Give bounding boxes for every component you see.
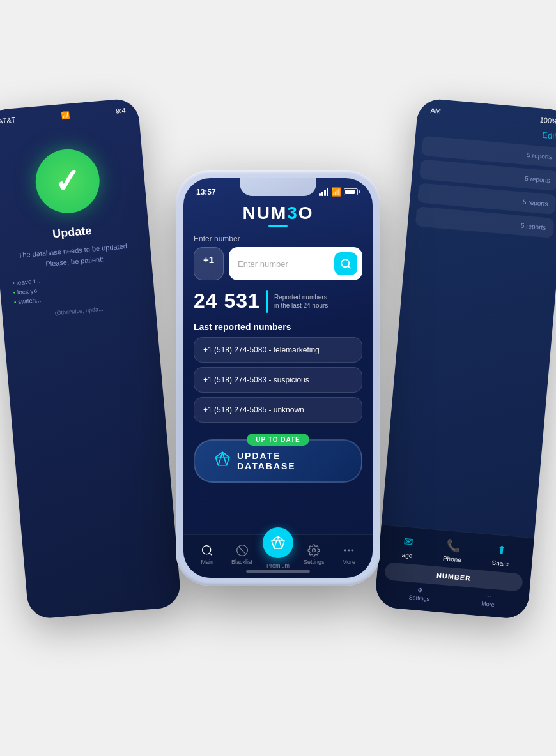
svg-point-16	[352, 550, 353, 551]
lookup-label: Enter number	[194, 234, 362, 243]
svg-point-15	[348, 550, 350, 551]
nav-blacklist[interactable]: Blacklist	[228, 544, 256, 565]
stats-divider	[266, 290, 268, 313]
nav-premium[interactable]: Premium	[263, 540, 293, 569]
action-share-label: Share	[491, 559, 509, 568]
signal-icon	[319, 188, 328, 196]
time-display: 13:57	[196, 188, 216, 197]
action-phone[interactable]: 📞 Phone	[443, 538, 463, 563]
svg-line-1	[348, 266, 350, 268]
diamond-icon	[214, 451, 231, 471]
report-list: 5 reports 5 reports 5 reports 5 reports	[408, 135, 556, 239]
edit-label[interactable]: Edit	[542, 130, 556, 141]
update-note: (Otherwice, upda...	[54, 306, 104, 317]
svg-line-7	[210, 553, 212, 556]
update-bullets: leave t... lock yo... switch...	[12, 268, 142, 307]
report-count-3: 5 reports	[523, 199, 548, 208]
tab-settings-right[interactable]: ⚙ Settings	[408, 586, 430, 602]
nav-main-label: Main	[201, 559, 213, 565]
nav-settings-label: Settings	[304, 559, 325, 565]
stats-row: 24 531 Reported numbersin the last 24 ho…	[194, 289, 362, 313]
update-database-button[interactable]: UPDATE DATABASE	[194, 439, 362, 483]
tab-more-right[interactable]: ··· More	[481, 592, 495, 608]
battery-right: 100%	[539, 116, 556, 125]
search-button[interactable]	[334, 252, 357, 275]
action-message[interactable]: ✉ age	[401, 534, 414, 559]
svg-point-6	[203, 546, 211, 554]
phone-left-content: Update The database needs to be updated.…	[0, 117, 157, 334]
search-row: +1 Enter number	[194, 247, 362, 280]
phone-right: AM 100% Edit 5 reports 5 reports 5 repor…	[375, 98, 556, 620]
svg-point-17	[344, 550, 346, 551]
svg-point-14	[313, 549, 316, 552]
share-icon: ⬆	[496, 543, 507, 557]
logo-text: NUM3O	[194, 203, 362, 223]
phone-shell: 13:57 📶	[176, 170, 380, 586]
stats-label: Reported numbersin the last 24 hours	[274, 293, 328, 310]
nav-blacklist-label: Blacklist	[231, 559, 252, 565]
settings-icon-right: ⚙	[417, 587, 423, 594]
number-card-1[interactable]: +1 (518) 274-5080 - telemarketing	[194, 337, 362, 363]
report-count-1: 5 reports	[527, 151, 552, 160]
update-title: Update	[52, 224, 92, 241]
phone-main: 13:57 📶	[176, 170, 380, 586]
action-share[interactable]: ⬆ Share	[491, 543, 511, 568]
logo-underline	[268, 225, 288, 227]
phone-left: AT&T 📶 9:4 Update The database needs to …	[0, 98, 181, 620]
phone-right-bottom: ✉ age 📞 Phone ⬆ Share NUMBER ⚙ Settings	[375, 524, 534, 619]
svg-marker-10	[272, 536, 284, 548]
svg-marker-2	[215, 452, 229, 465]
home-indicator	[246, 570, 310, 573]
scene: AT&T 📶 9:4 Update The database needs to …	[0, 0, 556, 756]
more-icon-right: ···	[486, 593, 491, 600]
carrier-label: AT&T	[0, 116, 16, 126]
time-right: AM	[430, 107, 441, 115]
status-right: 📶	[319, 187, 360, 197]
phone-icon: 📞	[445, 538, 461, 554]
notch	[240, 178, 316, 196]
nav-premium-label: Premium	[266, 563, 290, 569]
nav-settings[interactable]: Settings	[300, 544, 328, 565]
app-logo: NUM3O	[194, 203, 362, 227]
green-circle	[33, 147, 102, 216]
country-code[interactable]: +1	[194, 247, 224, 280]
report-count-4: 5 reports	[520, 222, 546, 231]
app-content: NUM3O Enter number +1 Enter number	[183, 200, 373, 534]
svg-line-9	[238, 547, 246, 554]
time-left: 9:4	[116, 107, 126, 116]
nav-more[interactable]: More	[335, 544, 363, 565]
nav-premium-circle	[263, 527, 293, 558]
number-card-2[interactable]: +1 (518) 274-5083 - suspicious	[194, 367, 362, 393]
action-message-label: age	[401, 551, 413, 559]
update-section: UP TO DATE UPDATE DATABASE	[194, 434, 362, 483]
update-button-label: UPDATE DATABASE	[237, 451, 342, 471]
search-input-wrap: Enter number	[229, 247, 362, 280]
up-to-date-badge: UP TO DATE	[247, 434, 309, 446]
search-placeholder[interactable]: Enter number	[238, 259, 330, 269]
update-description: The database needs to be updated. Please…	[10, 240, 139, 272]
wifi-icon-main: 📶	[331, 187, 341, 197]
battery-icon	[344, 188, 360, 195]
wifi-icon-left: 📶	[61, 111, 70, 120]
last-reported-title: Last reported numbers	[194, 322, 362, 332]
number-card-3[interactable]: +1 (518) 274-5085 - unknown	[194, 397, 362, 423]
nav-main[interactable]: Main	[193, 544, 221, 565]
nav-more-label: More	[342, 559, 355, 565]
stats-number: 24 531	[194, 289, 260, 313]
phone-screen: 13:57 📶	[183, 178, 373, 578]
action-phone-label: Phone	[443, 555, 462, 563]
message-icon: ✉	[403, 534, 413, 549]
report-count-2: 5 reports	[525, 175, 550, 184]
